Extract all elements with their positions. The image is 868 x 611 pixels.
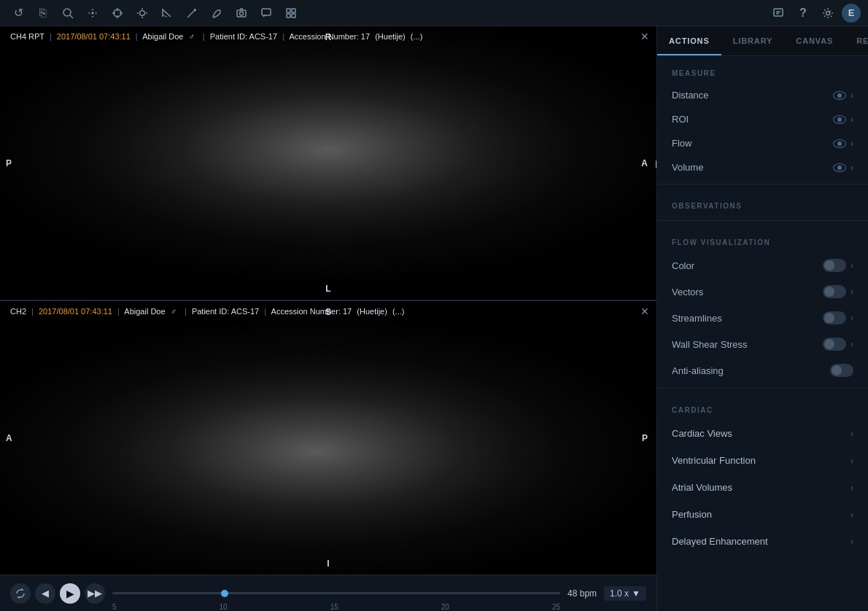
tab-report[interactable]: REPORT (845, 26, 868, 55)
tab-library[interactable]: LIBRARY (721, 26, 785, 55)
share-icon[interactable] (767, 2, 789, 24)
measure-distance-row[interactable]: Distance › (657, 83, 868, 107)
help-icon[interactable]: ? (792, 2, 814, 24)
measure-volume-icons: › (833, 163, 853, 173)
zoom-icon[interactable] (57, 2, 79, 24)
orient-top-bottom: L (325, 284, 330, 294)
next-button[interactable]: ▶▶ (85, 583, 105, 604)
mri-image-bottom[interactable]: CH2 | 2017/08/01 07:43:11 | Abigail Doe … (0, 301, 656, 575)
settings-icon[interactable] (817, 2, 839, 24)
atrial-volumes-chevron: › (850, 483, 853, 493)
observations-section-header: OBSERVATIONS (657, 189, 868, 216)
measure-roi-row[interactable]: ROI › (657, 107, 868, 131)
orient-top-right: A (641, 158, 648, 168)
play-button[interactable]: ▶ (60, 583, 80, 604)
main-content: CH4 RPT | 2017/08/01 07:43:11 | Abigail … (0, 26, 868, 611)
layout-icon[interactable] (280, 2, 302, 24)
antialiasing-toggle[interactable] (830, 364, 853, 377)
comment-icon[interactable] (255, 2, 277, 24)
roi-eye-icon[interactable] (833, 115, 846, 124)
divider-1 (657, 184, 868, 184)
flow-vis-section-header: FLOW VISUALIZATION (657, 225, 868, 252)
distance-eye-icon[interactable] (833, 91, 846, 100)
scrubber-thumb[interactable] (221, 590, 228, 597)
loop-button[interactable] (10, 583, 31, 604)
playback-bar: ◀ ▶ ▶▶ 5 10 15 20 25 48 bpm 1.0 x ▼ (0, 575, 656, 611)
measure-roi-label: ROI (672, 114, 833, 125)
flow-wss-label: Wall Shear Stress (672, 339, 823, 350)
volume-chevron-icon[interactable]: › (850, 163, 853, 173)
roi-chevron-icon[interactable]: › (850, 114, 853, 125)
viewer-bottom: CH2 | 2017/08/01 07:43:11 | Abigail Doe … (0, 301, 656, 575)
perfusion-row[interactable]: Perfusion › (657, 501, 868, 528)
atrial-volumes-label: Atrial Volumes (672, 482, 850, 493)
speed-control[interactable]: 1.0 x ▼ (604, 586, 646, 601)
cardiac-views-chevron: › (850, 429, 853, 439)
scrubber-track[interactable] (112, 592, 560, 594)
flow-wss-row[interactable]: Wall Shear Stress › (657, 331, 868, 357)
tab-canvas[interactable]: CANVAS (784, 26, 845, 55)
svg-rect-17 (287, 9, 290, 12)
brightness-icon[interactable] (131, 2, 153, 24)
svg-line-1 (70, 15, 73, 18)
svg-rect-19 (287, 14, 290, 17)
close-bottom-viewer[interactable]: ✕ (640, 306, 649, 317)
copy-icon[interactable]: ⎘ (32, 2, 54, 24)
svg-rect-16 (262, 9, 271, 15)
volume-eye-icon[interactable] (833, 163, 846, 172)
toolbar: ↺ ⎘ (0, 0, 868, 26)
move-icon[interactable] (82, 2, 104, 24)
vectors-toggle[interactable] (823, 285, 846, 298)
atrial-volumes-row[interactable]: Atrial Volumes › (657, 474, 868, 501)
flow-streamlines-row[interactable]: Streamlines › (657, 305, 868, 331)
color-chevron-icon[interactable]: › (850, 260, 853, 271)
measure-volume-row[interactable]: Volume › (657, 155, 868, 179)
color-toggle[interactable] (823, 259, 846, 272)
tab-actions[interactable]: ACTIONS (657, 26, 721, 55)
draw-icon[interactable] (206, 2, 228, 24)
viewer-label-bottom: CH2 | 2017/08/01 07:43:11 | Abigail Doe … (10, 307, 404, 316)
measure-distance-icons: › (833, 90, 853, 101)
flow-wss-icons: › (823, 338, 853, 351)
measure-flow-icons: › (833, 139, 853, 149)
crosshair-icon[interactable] (106, 2, 128, 24)
toolbar-left-icons: ↺ ⎘ (7, 2, 302, 24)
flow-antialiasing-row[interactable]: Anti-aliasing (657, 357, 868, 384)
playback-scrubber[interactable]: 5 10 15 20 25 (112, 586, 560, 601)
delayed-enhancement-row[interactable]: Delayed Enhancement › (657, 528, 868, 555)
viewer-top: CH4 RPT | 2017/08/01 07:43:11 | Abigail … (0, 26, 656, 301)
viewer-top-side-arrow[interactable]: ▶ (656, 157, 656, 169)
undo-icon[interactable]: ↺ (7, 2, 29, 24)
flow-vectors-row[interactable]: Vectors › (657, 279, 868, 305)
flow-color-icons: › (823, 259, 853, 272)
orient-bottom-left: A (6, 433, 12, 443)
annotate-icon[interactable] (181, 2, 203, 24)
close-top-viewer[interactable]: ✕ (640, 31, 649, 42)
angle-icon[interactable] (156, 2, 178, 24)
ventricular-function-row[interactable]: Ventricular Function › (657, 447, 868, 474)
flow-color-row[interactable]: Color › (657, 252, 868, 279)
prev-button[interactable]: ◀ (35, 583, 55, 604)
streamlines-chevron-icon[interactable]: › (850, 313, 853, 323)
flow-antialiasing-icons (830, 364, 853, 377)
flow-chevron-icon[interactable]: › (850, 139, 853, 149)
measure-distance-label: Distance (672, 90, 833, 101)
measure-section-header: MEASURE (657, 56, 868, 83)
mri-image-top[interactable]: CH4 RPT | 2017/08/01 07:43:11 | Abigail … (0, 26, 656, 300)
viewer-label-top: CH4 RPT | 2017/08/01 07:43:11 | Abigail … (10, 32, 422, 41)
orient-top-top: R (325, 32, 332, 42)
flow-antialiasing-label: Anti-aliasing (672, 365, 830, 376)
play-controls: ◀ ▶ ▶▶ (10, 583, 105, 604)
user-avatar[interactable]: E (842, 4, 861, 23)
streamlines-toggle[interactable] (823, 311, 846, 324)
wss-chevron-icon[interactable]: › (850, 339, 853, 349)
cardiac-views-row[interactable]: Cardiac Views › (657, 420, 868, 447)
vectors-chevron-icon[interactable]: › (850, 287, 853, 297)
screenshot-icon[interactable] (230, 2, 252, 24)
measure-flow-row[interactable]: Flow › (657, 131, 868, 155)
flow-eye-icon[interactable] (833, 139, 846, 148)
actions-panel: MEASURE Distance › ROI › Flow (657, 56, 868, 611)
distance-chevron-icon[interactable]: › (850, 90, 853, 101)
wss-toggle[interactable] (823, 338, 846, 351)
measure-roi-icons: › (833, 114, 853, 125)
